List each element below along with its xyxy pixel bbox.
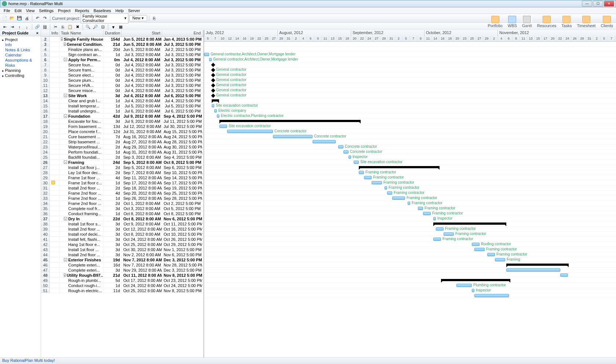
table-row[interactable]: 8Secure frami...0dJul 4, 2012 8:00 AMJul… (41, 67, 204, 73)
filter-icon[interactable]: ▼ (110, 24, 117, 30)
wbs-button[interactable]: WBS (508, 16, 517, 28)
summary-bar[interactable] (433, 223, 506, 225)
task-bar[interactable] (387, 191, 392, 195)
table-row[interactable]: 42Hang 1st floor e...3dOct 25, 2012 8:00… (41, 242, 204, 247)
task-bar[interactable] (364, 176, 372, 179)
table-row[interactable]: 22Strip basement ...2dAug 27, 2012 8:00 … (41, 139, 204, 144)
table-row[interactable]: 17-Foundation42dJul 9, 2012 8:00 AMSep 4… (41, 114, 204, 119)
table-row[interactable]: 23Waterproof/insul...2dAug 29, 2012 8:00… (41, 144, 204, 150)
milestone[interactable] (211, 63, 215, 67)
zoomout-icon[interactable]: 🔎 (92, 24, 99, 30)
guide-planning[interactable]: Planning (0, 68, 41, 73)
table-row[interactable]: 43Install 1st floor ...3dOct 30, 2012 8:… (41, 247, 204, 252)
new-icon[interactable]: 📄 (1, 15, 8, 22)
table-row[interactable]: 34Frame 2nd floor ...2dOct 1, 2012 8:00 … (41, 201, 204, 206)
timesheet-button[interactable]: Timesheet (577, 16, 595, 28)
table-row[interactable]: 41Install felt, flashi...3dOct 24, 2012 … (41, 237, 204, 242)
redo-icon[interactable]: ↷ (41, 15, 48, 22)
task-bar[interactable] (227, 130, 273, 133)
menu-reports[interactable]: Reports (73, 8, 91, 13)
task-bar[interactable] (495, 258, 505, 261)
table-row[interactable]: 50Conduct rough-i...1dOct 24, 2012 8:00 … (41, 283, 204, 288)
guide-assumptions-[interactable]: Assumptions & (0, 58, 41, 63)
unlink-icon[interactable]: ⛓ (41, 24, 48, 30)
table-row[interactable]: 6-Apply for Perm...0mJul 4, 2012 8:00 AM… (41, 57, 204, 62)
milestone[interactable] (211, 83, 215, 87)
gantt-chart[interactable]: July, 2012August, 2012September, 2012Oct… (204, 30, 616, 357)
table-row[interactable]: 31Install 2nd floor ...2dSep 18, 2012 8:… (41, 185, 204, 191)
table-row[interactable]: 36Conduct framing...1dOct 8, 2012 8:00 A… (41, 211, 204, 216)
expand-icon[interactable]: - (64, 161, 67, 164)
portfolio-button[interactable]: Portfolio (488, 16, 502, 28)
table-row[interactable]: 2-Single Family House - ...154dJun 5, 20… (41, 37, 204, 42)
expand-icon[interactable]: - (64, 94, 67, 97)
milestone[interactable] (211, 93, 215, 98)
table-row[interactable]: 20Place concrete f...12dJul 31, 2012 8:0… (41, 129, 204, 134)
zoomin-icon[interactable]: 🔍 (85, 24, 91, 30)
task-bar[interactable] (423, 212, 431, 215)
task-bar[interactable] (506, 268, 560, 272)
save-icon[interactable]: 💾 (16, 15, 23, 22)
milestone[interactable] (211, 73, 215, 77)
task-bar[interactable] (408, 202, 410, 205)
table-row[interactable]: 47Complete exteri...3dNov 29, 2012 8:00 … (41, 268, 204, 273)
task-bar[interactable] (313, 140, 336, 143)
col-end[interactable]: End (162, 30, 203, 36)
clients-button[interactable]: Clients (601, 16, 613, 28)
table-row[interactable]: 35Complete roof fr...3dOct 3, 2012 8:00 … (41, 206, 204, 211)
table-row[interactable]: 5Sign contract an...1dJul 3, 2012 8:00 A… (41, 52, 204, 57)
summary-bar[interactable] (219, 120, 361, 122)
table-row[interactable]: 40Install roof decki...3dOct 8, 2012 8:0… (41, 232, 204, 237)
task-bar[interactable] (456, 284, 472, 287)
maximize-button[interactable]: ☐ (593, 1, 603, 7)
paste-icon[interactable]: 📋 (67, 24, 73, 30)
task-bar[interactable] (212, 104, 214, 107)
table-row[interactable]: 4Finalize plans an...20dJun 5, 2012 8:00… (41, 47, 204, 52)
summary-bar[interactable] (359, 166, 440, 168)
table-row[interactable]: 12Secure misce...0dJul 4, 2012 8:00 AMJu… (41, 88, 204, 93)
goto-icon[interactable]: ⊡ (99, 24, 106, 30)
table-row[interactable]: 51Rough-in electric...11dOct 25, 2012 8:… (41, 288, 204, 293)
indent-icon[interactable]: ⇥ (9, 24, 15, 30)
expand-icon[interactable]: - (64, 114, 67, 118)
menu-settings[interactable]: Settings (37, 8, 56, 13)
table-row[interactable]: 24Perform foundati...1dAug 31, 2012 8:00… (41, 150, 204, 155)
table-row[interactable]: 30Frame 1st floor c...1dSep 17, 2012 8:0… (41, 180, 204, 185)
table-row[interactable]: 19Form basement ...13dJul 12, 2012 8:00 … (41, 124, 204, 129)
table-row[interactable]: 44Install 2nd floor ...3dNov 2, 2012 8:0… (41, 252, 204, 257)
table-row[interactable]: 10Secure plum...0dJul 4, 2012 8:00 AMJul… (41, 78, 204, 83)
undo-icon[interactable]: ↶ (34, 15, 41, 22)
expand-icon[interactable]: - (64, 58, 67, 61)
task-bar[interactable] (474, 294, 509, 297)
guide-calendar[interactable]: Calendar (0, 52, 41, 58)
menu-file[interactable]: File (1, 8, 12, 13)
table-row[interactable]: 45-Exterior Finishes19dNov 7, 2012 8:00 … (41, 257, 204, 262)
table-row[interactable]: 27Install 1st floor j...2dSep 5, 2012 8:… (41, 165, 204, 170)
milestone[interactable] (211, 78, 215, 82)
close-button[interactable]: ✕ (604, 1, 614, 7)
task-bar[interactable] (444, 232, 454, 236)
delete-icon[interactable]: ✖ (74, 24, 81, 30)
link-icon[interactable]: 🔗 (34, 24, 41, 30)
table-row[interactable]: 29Frame 1st floor ...4dSep 11, 2012 8:00… (41, 175, 204, 180)
summary-bar[interactable] (212, 99, 219, 102)
menu-project[interactable]: Project (56, 8, 73, 13)
table-row[interactable]: 9Secure elect...0dJul 4, 2012 8:00 AMJul… (41, 73, 204, 78)
export-icon[interactable]: ⎘ (151, 15, 158, 22)
table-row[interactable]: 39Install 2nd floor ...3dOct 12, 2012 8:… (41, 227, 204, 232)
outdent-icon[interactable]: ⇤ (1, 24, 8, 30)
table-row[interactable]: 15Install temporar...1dJul 5, 2012 8:00 … (41, 103, 204, 109)
resources-button[interactable]: Resources (537, 16, 557, 28)
task-bar[interactable] (560, 273, 568, 277)
cut-icon[interactable]: ✂ (52, 24, 59, 30)
summary-bar[interactable] (506, 264, 569, 266)
expand-icon[interactable]: - (64, 43, 66, 46)
milestone[interactable] (211, 88, 215, 92)
guide-notes-links[interactable]: Notes & Links (0, 47, 41, 52)
guide-controlling[interactable]: Controlling (0, 73, 41, 78)
task-bar[interactable] (433, 238, 441, 241)
guide-project[interactable]: Project (0, 37, 41, 42)
col-duration[interactable]: Duration (103, 30, 122, 36)
columns-icon[interactable]: ▦ (117, 24, 124, 30)
menu-view[interactable]: View (24, 8, 37, 13)
